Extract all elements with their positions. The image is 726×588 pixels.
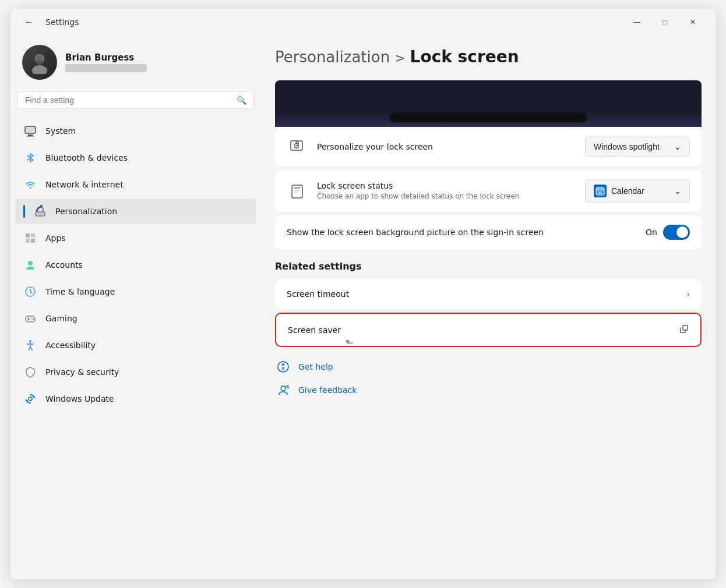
svg-point-16 xyxy=(28,261,33,265)
lockscreen-dropdown-chevron: ⌄ xyxy=(674,142,681,151)
signin-background-card: Show the lock screen background picture … xyxy=(275,215,702,249)
accessibility-icon xyxy=(23,338,37,352)
user-name: Brian Burgess xyxy=(65,52,147,63)
sidebar-label-privacy: Privacy & security xyxy=(45,367,119,377)
system-icon xyxy=(23,124,37,138)
sidebar-item-network[interactable]: Network & internet xyxy=(15,172,256,197)
gaming-icon xyxy=(23,311,37,325)
sidebar-label-apps: Apps xyxy=(45,233,66,243)
screen-timeout-label: Screen timeout xyxy=(287,289,349,299)
lock-status-text: Lock screen status Choose an app to show… xyxy=(317,181,576,201)
title-bar-left: ← Settings xyxy=(20,13,623,31)
svg-line-50 xyxy=(286,385,288,387)
search-box[interactable]: 🔍 xyxy=(17,91,254,109)
svg-rect-14 xyxy=(26,239,30,243)
signin-toggle[interactable] xyxy=(663,225,690,240)
privacy-icon xyxy=(23,365,37,379)
accounts-icon xyxy=(23,258,37,272)
sidebar-label-personalization: Personalization xyxy=(55,207,117,216)
lockscreen-dropdown[interactable]: Windows spotlight ⌄ xyxy=(585,137,690,157)
lock-status-icon xyxy=(287,180,308,201)
search-input[interactable] xyxy=(25,95,232,105)
sidebar-item-time[interactable]: Time & language xyxy=(15,279,256,304)
bluetooth-icon xyxy=(23,151,37,165)
svg-rect-7 xyxy=(27,136,34,137)
breadcrumb-sep: > xyxy=(394,51,405,65)
sidebar-item-privacy[interactable]: Privacy & security xyxy=(15,359,256,385)
signin-background-row: Show the lock screen background picture … xyxy=(275,215,702,249)
svg-rect-42 xyxy=(598,187,599,189)
title-bar: ← Settings — □ ✕ xyxy=(10,9,716,36)
get-help-link[interactable]: Get help xyxy=(275,359,702,375)
lock-screen-card: Personalize your lock screen Windows spo… xyxy=(275,127,702,167)
lock-status-chevron: ⌄ xyxy=(674,186,681,196)
svg-point-1 xyxy=(32,65,47,74)
give-feedback-icon xyxy=(275,382,291,398)
svg-point-47 xyxy=(282,363,285,366)
settings-window: ← Settings — □ ✕ xyxy=(10,9,716,579)
related-settings-title: Related settings xyxy=(275,261,702,272)
sidebar-label-system: System xyxy=(45,126,76,136)
active-indicator xyxy=(23,205,25,218)
personalize-lockscreen-title: Personalize your lock screen xyxy=(317,142,576,151)
personalize-lockscreen-row: Personalize your lock screen Windows spo… xyxy=(275,127,702,167)
sidebar-label-gaming: Gaming xyxy=(45,314,77,323)
avatar xyxy=(22,45,57,80)
sidebar-label-bluetooth: Bluetooth & devices xyxy=(45,153,128,162)
screen-saver-external-icon xyxy=(679,324,689,335)
svg-line-10 xyxy=(36,206,41,211)
svg-point-8 xyxy=(30,187,31,189)
svg-rect-9 xyxy=(36,212,45,216)
page-header: Personalization > Lock screen xyxy=(275,36,702,80)
svg-text:31: 31 xyxy=(598,191,602,194)
maximize-button[interactable]: □ xyxy=(651,13,678,31)
sidebar-item-accessibility[interactable]: Accessibility xyxy=(15,332,256,358)
breadcrumb-current: Lock screen xyxy=(410,47,519,66)
minimize-button[interactable]: — xyxy=(623,13,650,31)
user-section: Brian Burgess xyxy=(15,36,256,91)
sidebar-item-accounts[interactable]: Accounts xyxy=(15,252,256,278)
time-icon xyxy=(23,285,37,299)
calendar-icon: 31 xyxy=(594,185,607,197)
svg-rect-45 xyxy=(683,325,688,330)
screen-timeout-arrow: › xyxy=(686,289,690,299)
sidebar-label-network: Network & internet xyxy=(45,180,124,189)
lockscreen-dropdown-container: Windows spotlight ⌄ xyxy=(585,137,690,157)
svg-rect-36 xyxy=(294,187,301,189)
sidebar-label-accessibility: Accessibility xyxy=(45,341,96,350)
svg-rect-6 xyxy=(28,134,33,136)
lockscreen-dropdown-label: Windows spotlight xyxy=(594,142,660,151)
screen-timeout-row[interactable]: Screen timeout › xyxy=(275,279,702,309)
sidebar-item-gaming[interactable]: Gaming xyxy=(15,306,256,331)
lockscreen-icon xyxy=(287,136,308,157)
svg-rect-13 xyxy=(31,233,35,238)
sidebar-label-update: Windows Update xyxy=(45,394,114,403)
user-info: Brian Burgess xyxy=(65,52,147,72)
screen-saver-label: Screen saver xyxy=(288,325,341,335)
title-bar-controls: — □ ✕ xyxy=(623,13,706,31)
network-icon xyxy=(23,178,37,192)
sidebar-label-time: Time & language xyxy=(45,287,115,296)
svg-point-30 xyxy=(29,397,32,401)
give-feedback-label: Give feedback xyxy=(298,385,357,395)
main-content: Brian Burgess 🔍 System xyxy=(10,36,716,579)
sidebar-item-update[interactable]: Windows Update xyxy=(15,386,256,412)
svg-point-34 xyxy=(297,145,298,147)
cursor-icon: ⬑ xyxy=(345,336,354,349)
signin-toggle-container: On xyxy=(646,225,690,240)
give-feedback-link[interactable]: Give feedback xyxy=(275,382,702,398)
svg-line-29 xyxy=(30,347,32,350)
sidebar-item-bluetooth[interactable]: Bluetooth & devices xyxy=(15,145,256,171)
lock-status-dropdown[interactable]: 31 Calendar ⌄ xyxy=(585,179,690,203)
search-icon: 🔍 xyxy=(237,95,246,105)
sidebar-item-system[interactable]: System xyxy=(15,118,256,144)
sidebar-item-apps[interactable]: Apps xyxy=(15,225,256,251)
sidebar-item-personalization[interactable]: Personalization xyxy=(15,199,256,224)
svg-point-49 xyxy=(281,386,286,391)
screen-saver-row[interactable]: Screen saver xyxy=(275,313,702,347)
back-button[interactable]: ← xyxy=(20,13,38,31)
avatar-image xyxy=(22,45,57,80)
close-button[interactable]: ✕ xyxy=(679,13,706,31)
svg-point-3 xyxy=(36,60,43,65)
svg-rect-4 xyxy=(25,126,36,133)
